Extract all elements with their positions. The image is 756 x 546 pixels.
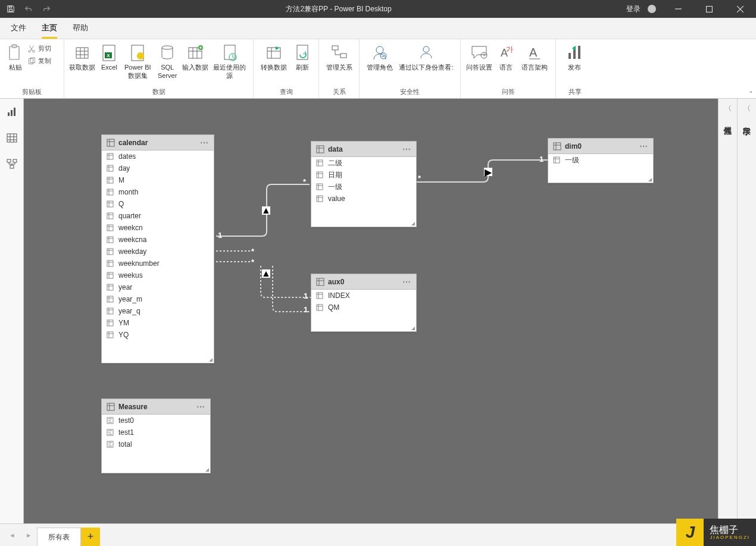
menu-file[interactable]: 文件 [11,17,26,39]
field-row[interactable]: QM [311,302,416,313]
field-row[interactable]: 一级 [548,154,653,166]
rel-arrow-icon: ▶ [484,168,492,176]
getdata-button[interactable]: 获取数据 [68,42,97,74]
more-icon[interactable]: ⋯ [639,142,648,151]
enterdata-button[interactable]: 输入数据 [181,42,210,74]
table-calendar[interactable]: calendar⋯ datesdayMmonthQquarterweekcnwe… [101,134,214,363]
field-row[interactable]: weekday [102,246,214,258]
svg-rect-38 [10,165,14,168]
field-row[interactable]: 二级 [311,157,416,169]
svg-rect-21 [340,54,346,58]
report-view-icon[interactable] [5,105,19,119]
undo-icon[interactable] [24,4,33,14]
field-row[interactable]: test1 [102,426,210,438]
field-row[interactable]: YM [102,317,214,329]
svg-rect-18 [267,48,280,58]
svg-rect-36 [7,159,11,162]
svg-rect-63 [317,278,324,285]
recentsources-button[interactable]: 最近使用的源 [210,42,249,82]
ribbon-collapse-icon[interactable]: ˄ [749,90,752,97]
field-row[interactable]: value [311,193,416,205]
field-row[interactable]: 日期 [311,169,416,181]
svg-rect-66 [107,403,114,410]
language-button[interactable]: A가语言 [494,42,518,74]
resize-handle[interactable] [409,219,416,227]
save-icon[interactable] [6,4,15,14]
menu-help[interactable]: 帮助 [73,17,88,39]
copy-button[interactable]: 复制 [27,55,51,67]
resize-handle[interactable] [646,175,653,183]
field-row[interactable]: month [102,186,214,198]
tab-next-button[interactable]: ▸ [20,527,37,544]
field-row[interactable]: dates [102,150,214,162]
data-view-icon[interactable] [5,131,19,145]
field-row[interactable]: weekcna [102,234,214,246]
svg-point-12 [137,52,144,59]
manageroles-button[interactable]: 管理角色 [363,42,396,74]
field-row[interactable]: test0 [102,415,210,426]
field-row[interactable]: year [102,281,214,293]
maximize-button[interactable] [695,0,723,18]
paste-button[interactable]: 粘贴 [4,42,27,74]
field-row[interactable]: total [102,438,210,450]
managerelationships-button[interactable]: 管理关系 [323,42,355,74]
svg-rect-58 [317,172,323,178]
tab-alltables[interactable]: 所有表 [37,528,81,547]
svg-rect-61 [554,143,561,150]
field-row[interactable]: day [102,162,214,174]
qasetup-button[interactable]: 问答设置 [464,42,494,74]
sqlserver-button[interactable]: SQL Server [154,42,181,82]
table-data[interactable]: data⋯ 二级日期一级value [311,141,417,227]
field-row[interactable]: quarter [102,210,214,222]
minimize-button[interactable] [664,0,692,18]
svg-rect-31 [578,46,580,59]
resize-handle[interactable] [203,466,210,473]
svg-rect-41 [107,165,113,171]
rel-arrow-icon: ▲ [262,206,270,215]
svg-rect-56 [317,146,324,153]
add-tab-button[interactable]: + [81,528,100,547]
fields-pane[interactable]: 〈字段 [737,99,756,523]
field-row[interactable]: YQ [102,329,214,341]
field-row[interactable]: weekcn [102,222,214,234]
resize-handle[interactable] [409,324,416,331]
more-icon[interactable]: ⋯ [200,138,209,148]
refresh-button[interactable]: 刷新 [290,42,315,74]
group-label-security: 安全性 [360,87,460,98]
tab-prev-button[interactable]: ◂ [4,527,20,544]
pbi-dataset-button[interactable]: Power BI 数据集 [121,42,154,82]
field-row[interactable]: weekus [102,269,214,281]
transformdata-button[interactable]: 转换数据 [257,42,290,74]
table-dim0[interactable]: dim0⋯ 一级 [548,138,654,183]
field-row[interactable]: INDEX [311,290,416,302]
close-button[interactable] [726,0,754,18]
redo-icon[interactable] [42,4,51,14]
field-row[interactable]: year_m [102,293,214,305]
more-icon[interactable]: ⋯ [402,277,411,287]
langschema-button[interactable]: A语言架构 [518,42,551,74]
table-measure[interactable]: Measure⋯ test0test1total [101,398,211,473]
svg-rect-39 [107,139,114,146]
cut-button[interactable]: 剪切 [27,43,51,54]
field-row[interactable]: weeknumber [102,258,214,269]
viewas-button[interactable]: 通过以下身份查看: [396,42,456,74]
table-aux0[interactable]: aux0⋯ INDEXQM [311,274,417,332]
field-row[interactable]: year_q [102,305,214,317]
model-view-icon[interactable] [5,157,19,171]
more-icon[interactable]: ⋯ [196,402,205,412]
login-label[interactable]: 登录 [626,4,641,14]
group-label-rel: 关系 [319,87,359,98]
field-row[interactable]: Q [102,198,214,210]
avatar-icon[interactable] [648,5,656,13]
model-canvas[interactable]: ▲ ▶ ▲ 1 * * 1 * * 1 1 calendar⋯ datesday… [24,99,756,523]
svg-rect-60 [317,196,323,202]
more-icon[interactable]: ⋯ [402,145,411,154]
field-row[interactable]: M [102,174,214,186]
publish-button[interactable]: 发布 [560,42,589,74]
field-row[interactable]: 一级 [311,181,416,193]
excel-button[interactable]: XExcel [97,42,121,74]
svg-rect-52 [107,296,113,302]
menu-home[interactable]: 主页 [42,17,57,39]
resize-handle[interactable] [207,356,214,363]
properties-pane[interactable]: 〈属性 [718,99,737,523]
